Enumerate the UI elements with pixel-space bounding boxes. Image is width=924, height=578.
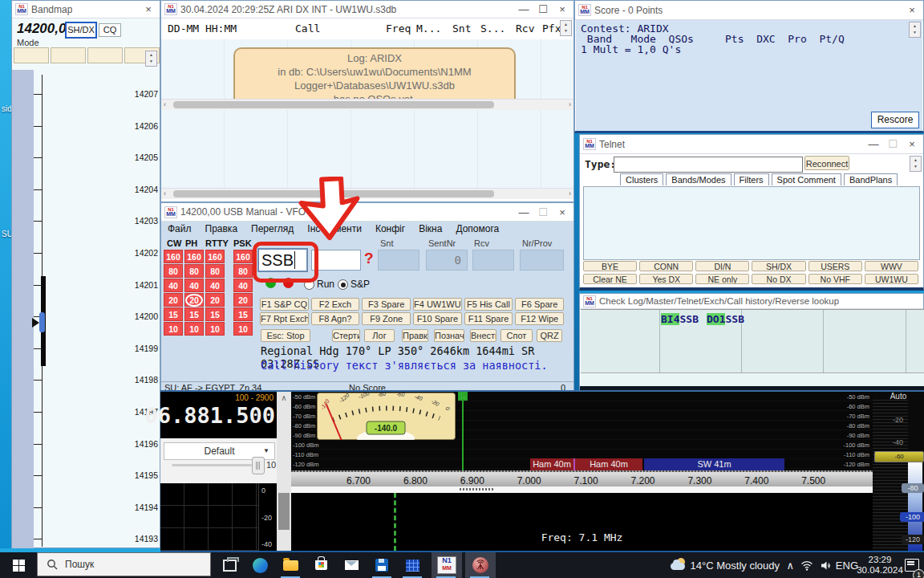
telnet-button-ne-only[interactable]: NE only [695,274,749,284]
sp-radio[interactable] [338,279,348,290]
action-button[interactable]: Правка [402,329,428,342]
mail-button[interactable] [337,552,366,578]
band-button-rtty-15[interactable]: 15 [205,307,225,321]
sentnr-field[interactable]: 0 [426,250,468,271]
log-spinner[interactable]: ▲▼ [560,20,572,36]
sdr-vertical-scrollbar[interactable]: ∧ [277,392,291,551]
band-button-psk-160[interactable]: 160 [233,250,253,263]
menu-допомога[interactable]: Допомога [456,223,499,234]
fkey-button-f8[interactable]: F8 Agn? [311,312,360,325]
band-button-ph-15[interactable]: 15 [184,307,204,321]
action-button[interactable]: Лог [364,329,395,342]
band-button-ph-160[interactable]: 160 [184,250,204,263]
mode-box[interactable] [87,47,123,63]
menu-вікна[interactable]: Вікна [419,223,442,234]
notification-center[interactable]: 1 [905,552,919,578]
waterfall-scrollbar[interactable] [291,486,873,493]
contrast-handle[interactable]: -60 [874,451,924,462]
volume-slider-handle[interactable] [252,457,265,474]
band-button-psk-80[interactable]: 80 [233,264,253,278]
band-button-rtty-10[interactable]: 10 [205,322,225,336]
action-button[interactable]: Стерти [332,329,360,342]
band-button-cw-160[interactable]: 160 [164,250,183,263]
rcv-field[interactable] [472,250,514,271]
action-button[interactable]: Esc: Stop [261,329,310,342]
edge-button[interactable] [245,552,274,578]
fkey-button-f1[interactable]: F1 S&P CQ [260,298,309,311]
band-button-ph-80[interactable]: 80 [184,264,204,278]
band-button-psk-10[interactable]: 10 [233,322,253,336]
telnet-button-no-vhf[interactable]: No VHF [808,274,862,284]
language-indicator[interactable]: ENG [836,552,858,578]
volume-icon[interactable] [821,552,833,578]
band-button-rtty-20[interactable]: 20 [205,293,225,307]
band-button-rtty-160[interactable]: 160 [205,250,225,263]
store-button[interactable] [306,552,335,578]
band-button-ph-20[interactable]: 20 [184,293,204,307]
telnet-titlebar[interactable]: N1MM Telnet — ☐ × [580,135,923,154]
snt-field[interactable] [378,250,419,271]
waterfall[interactable]: Freq: 7.1 MHz [291,493,873,551]
file-explorer-button[interactable] [276,552,305,578]
fkey-button-f4[interactable]: F4 UW1WU [413,298,462,311]
bandmap-zoom-spinner[interactable]: ▲▼ [145,51,157,67]
band-button-cw-40[interactable]: 40 [164,279,183,292]
band-button-ph-40[interactable]: 40 [184,279,204,292]
band-button-cw-10[interactable]: 10 [164,322,183,336]
band-button-psk-15[interactable]: 15 [233,307,253,321]
wifi-icon[interactable] [800,552,813,578]
telnet-button-bye[interactable]: BYE [583,261,637,271]
check-titlebar[interactable]: N1MM Check Log/Master/Telnet/Exch/Call h… [580,294,923,309]
fkey-button-f11[interactable]: F11 Spare [464,312,513,325]
telnet-button-di-n[interactable]: DI/N [695,261,749,271]
sdr-spectrum[interactable]: -50 dBm-60 dBm-70 dBm-80 dBm-90 dBm-100 … [291,392,873,470]
band-button-psk-40[interactable]: 40 [233,279,253,292]
mode-box[interactable] [14,47,49,63]
nrprov-field[interactable] [520,250,564,271]
fkey-button-f5[interactable]: F5 His Call [464,298,513,311]
n1mm-taskbar-button[interactable]: N1MM [432,552,462,578]
database-app-button[interactable] [398,552,427,578]
weather-widget[interactable] [669,552,690,578]
action-button[interactable]: Познач [434,329,464,342]
bandmap-titlebar[interactable]: N1MM Bandmap × [12,1,160,18]
weather-text[interactable]: 14°C Mostly cloudy [691,552,780,578]
menu-конфіг[interactable]: Конфіг [375,223,405,234]
telnet-button-no-dx[interactable]: No DX [752,274,805,284]
band-button-rtty-80[interactable]: 80 [205,264,225,278]
fkey-button-f3[interactable]: F3 Spare [362,298,411,311]
check-callsign[interactable]: DO1SSB [707,313,744,325]
band-button-cw-20[interactable]: 20 [164,293,183,307]
volume-slider-track[interactable] [172,464,252,466]
band-button-ph-10[interactable]: 10 [184,322,204,336]
sdr-taskbar-button[interactable] [465,552,496,578]
telnet-button-users[interactable]: USERS [808,261,862,271]
telnet-tab-bands-modes[interactable]: Bands/Modes [666,173,731,185]
log-titlebar[interactable]: N1MM 30.04.2024 20:29:25Z ARI DX INT - U… [161,1,573,18]
telnet-button-yes-dx[interactable]: Yes DX [639,274,693,284]
close-icon[interactable]: × [902,138,922,150]
action-button[interactable]: Внести [470,329,496,342]
sdr-frequency-display[interactable]: 06.881.500 [115,403,275,428]
cq-button[interactable]: CQ [99,23,121,37]
exchange-input[interactable] [311,250,361,271]
telnet-tab-clusters[interactable]: Clusters [620,173,663,185]
fkey-button-f6[interactable]: F6 Spare [515,298,564,311]
telnet-command-input[interactable] [614,157,803,173]
shdx-button[interactable]: SH/DX [65,22,97,39]
menu-правка[interactable]: Правка [205,223,238,234]
scrollbar-thumb[interactable] [278,493,290,530]
minimize-icon[interactable]: — [514,3,533,15]
telnet-tab-bandplans[interactable]: BandPlans [844,173,898,185]
band-button-psk-20[interactable]: 20 [233,293,253,307]
telnet-tab-filters[interactable]: Filters [734,173,769,185]
minimize-icon[interactable]: — [514,206,533,218]
action-button[interactable]: QRZ [537,329,562,342]
fkey-button-f9[interactable]: F9 Zone [362,312,411,325]
telnet-spinner[interactable]: ▲▼ [910,156,922,172]
task-view-button[interactable] [215,552,244,578]
telnet-button-clear-ne[interactable]: Clear NE [583,274,637,284]
telnet-button-wwv[interactable]: WWV [865,261,918,271]
band-button-cw-80[interactable]: 80 [164,264,183,278]
check-callsign[interactable]: BI4SSB [661,313,699,325]
